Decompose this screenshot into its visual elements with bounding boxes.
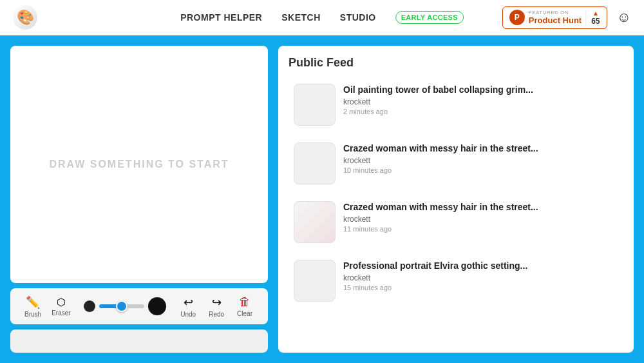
action-group: ↩ Undo ↪ Redo 🗑 Clear <box>175 293 258 320</box>
feed-thumbnail <box>294 201 336 243</box>
ph-product-label: Product Hunt <box>529 15 582 25</box>
logo[interactable]: 🎨 <box>13 5 37 30</box>
main-content: DRAW SOMETHING TO START ✏️ Brush ⬡ Erase… <box>0 35 644 363</box>
eraser-label: Eraser <box>52 309 70 317</box>
feed-item-title: Oil painting tower of babel collapsing g… <box>343 84 618 95</box>
feed-items-list: Oil painting tower of babel collapsing g… <box>289 79 623 307</box>
size-slider-container <box>99 304 144 308</box>
redo-icon: ↪ <box>212 295 222 309</box>
header-right: P FEATURED ON Product Hunt ▲ 65 ☺ <box>502 6 631 29</box>
public-feed: Public Feed Oil painting tower of babel … <box>278 46 634 353</box>
color-picker-dot[interactable] <box>148 297 166 315</box>
color-size-group <box>84 297 166 315</box>
feed-item-title: Professional portrait Elvira gothic sett… <box>343 260 618 271</box>
eraser-icon: ⬡ <box>57 296 66 308</box>
clear-icon: 🗑 <box>239 295 251 309</box>
feed-thumbnail <box>294 84 336 126</box>
feed-item-user: krockett <box>343 215 618 224</box>
feed-item[interactable]: Crazed woman with messy hair in the stre… <box>289 196 623 248</box>
feed-item[interactable]: Crazed woman with messy hair in the stre… <box>289 137 623 190</box>
product-hunt-button[interactable]: P FEATURED ON Product Hunt ▲ 65 <box>502 6 607 29</box>
feed-item-time: 11 minutes ago <box>343 225 618 233</box>
profile-icon[interactable]: ☺ <box>617 9 631 26</box>
undo-button[interactable]: ↩ Undo <box>175 293 201 320</box>
nav-prompt-helper[interactable]: PROMPT HELPER <box>180 12 262 23</box>
feed-item-info: Crazed woman with messy hair in the stre… <box>343 201 618 233</box>
nav-sketch[interactable]: SKETCH <box>281 12 321 23</box>
ph-arrow-icon: ▲ <box>592 10 599 17</box>
product-hunt-text: FEATURED ON Product Hunt <box>529 10 582 25</box>
feed-item-info: Crazed woman with messy hair in the stre… <box>343 142 618 174</box>
feed-item-time: 2 minutes ago <box>343 108 618 115</box>
feed-item[interactable]: Oil painting tower of babel collapsing g… <box>289 79 623 131</box>
brush-tool-button[interactable]: ✏️ Brush <box>21 293 45 320</box>
drawing-toolbar: ✏️ Brush ⬡ Eraser ↩ Undo <box>10 288 268 324</box>
eraser-tool-button[interactable]: ⬡ Eraser <box>48 293 74 319</box>
feed-item-user: krockett <box>343 97 618 106</box>
header: 🎨 PROMPT HELPER SKETCH STUDIO EARLY ACCE… <box>0 0 644 35</box>
ph-count-group: ▲ 65 <box>585 10 600 26</box>
brush-icon: ✏️ <box>26 295 40 309</box>
feed-thumbnail <box>294 142 336 184</box>
canvas-section: DRAW SOMETHING TO START ✏️ Brush ⬡ Erase… <box>10 46 268 353</box>
size-slider[interactable] <box>99 304 144 308</box>
feed-item-title: Crazed woman with messy hair in the stre… <box>343 201 618 213</box>
undo-icon: ↩ <box>184 295 193 309</box>
feed-item-time: 10 minutes ago <box>343 166 618 174</box>
feed-item-user: krockett <box>343 273 618 282</box>
brush-label: Brush <box>24 311 41 318</box>
product-hunt-icon: P <box>509 10 525 25</box>
redo-label: Redo <box>209 311 224 318</box>
feed-item-info: Professional portrait Elvira gothic sett… <box>343 260 618 291</box>
ph-count-number: 65 <box>591 17 600 26</box>
color-dot-small <box>84 300 95 312</box>
header-left: 🎨 <box>13 5 37 30</box>
tool-group: ✏️ Brush ⬡ Eraser <box>21 293 75 320</box>
bottom-strip <box>10 329 268 353</box>
clear-label: Clear <box>237 310 252 317</box>
feed-item-time: 15 minutes ago <box>343 284 618 291</box>
logo-icon: 🎨 <box>17 9 34 26</box>
feed-title: Public Feed <box>289 56 623 70</box>
redo-button[interactable]: ↪ Redo <box>204 293 229 320</box>
feed-thumbnail <box>294 260 336 302</box>
nav-studio[interactable]: STUDIO <box>340 12 376 23</box>
drawing-canvas[interactable]: DRAW SOMETHING TO START <box>10 46 268 283</box>
feed-item-info: Oil painting tower of babel collapsing g… <box>343 84 618 115</box>
ph-featured-label: FEATURED ON <box>529 10 582 15</box>
early-access-badge[interactable]: EARLY ACCESS <box>395 11 464 24</box>
clear-button[interactable]: 🗑 Clear <box>232 293 258 320</box>
feed-item-user: krockett <box>343 156 618 165</box>
feed-item[interactable]: Professional portrait Elvira gothic sett… <box>289 255 623 307</box>
undo-label: Undo <box>180 311 196 318</box>
feed-item-title: Crazed woman with messy hair in the stre… <box>343 142 618 154</box>
main-nav: PROMPT HELPER SKETCH STUDIO EARLY ACCESS <box>180 11 464 24</box>
canvas-placeholder: DRAW SOMETHING TO START <box>49 159 229 170</box>
